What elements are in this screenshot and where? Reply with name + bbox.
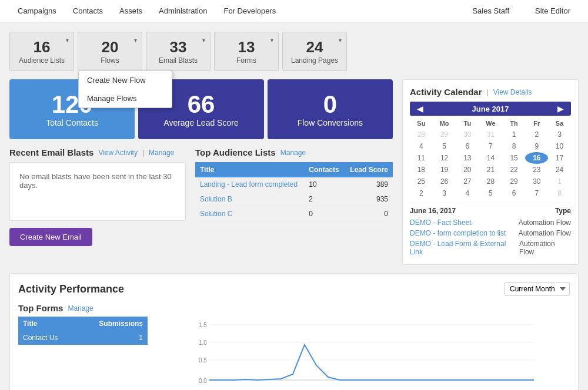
cal-day-cell[interactable]: 24	[548, 164, 571, 176]
audience-title-link[interactable]: Solution B	[200, 195, 232, 203]
cal-day-cell[interactable]: 25	[410, 176, 433, 187]
dropdown-arrow-flows: ▾	[134, 37, 137, 43]
separator: |	[142, 149, 144, 157]
manage-email-link[interactable]: Manage	[149, 149, 174, 157]
cal-day-cell[interactable]: 23	[525, 164, 548, 176]
nav-administration[interactable]: Administration	[151, 0, 215, 22]
cal-day-cell[interactable]: 17	[548, 152, 571, 164]
cal-day-cell[interactable]: 27	[456, 176, 479, 187]
nav-assets[interactable]: Assets	[111, 0, 151, 22]
forms-col-title: Title	[18, 317, 77, 331]
cal-day-cell[interactable]: 2	[525, 129, 548, 140]
cal-day-cell[interactable]: 12	[433, 152, 456, 164]
stats-row: ▾ 16 Audience Lists ▾ 20 Flows Create Ne…	[9, 32, 579, 71]
event-name[interactable]: DEMO - Fact Sheet	[410, 218, 472, 227]
view-details-link[interactable]: View Details	[493, 88, 532, 96]
chart-area: 1.5 1.0 0.5 0.0	[157, 321, 570, 390]
forms-number: 13	[238, 38, 255, 56]
cal-next-button[interactable]: ▶	[555, 104, 566, 113]
nav-contacts[interactable]: Contacts	[65, 0, 111, 22]
cal-day-cell[interactable]: 3	[548, 129, 571, 140]
cal-day-cell[interactable]: 20	[456, 164, 479, 176]
cal-day-cell[interactable]: 31	[479, 129, 502, 140]
cal-day-cell[interactable]: 30	[456, 129, 479, 140]
email-blasts-header: Recent Email Blasts View Activity | Mana…	[9, 147, 186, 157]
cal-day-cell[interactable]: 4	[456, 187, 479, 199]
nav-for-developers[interactable]: For Developers	[215, 0, 284, 22]
forms-table-row: Contact Us 1	[18, 331, 148, 345]
form-title-cell[interactable]: Contact Us	[18, 331, 77, 345]
two-col-section: Recent Email Blasts View Activity | Mana…	[9, 147, 393, 246]
manage-flows-item[interactable]: Manage Flows	[79, 89, 172, 107]
cal-day-cell[interactable]: 13	[456, 152, 479, 164]
cal-day-cell[interactable]: 5	[479, 187, 502, 199]
nav-sales-staff[interactable]: Sales Staff	[464, 0, 517, 22]
cal-day-cell[interactable]: 26	[433, 176, 456, 187]
cal-day-cell[interactable]: 29	[503, 176, 526, 187]
stat-audience-lists[interactable]: ▾ 16 Audience Lists	[9, 32, 74, 71]
cal-day-cell[interactable]: 16	[525, 152, 548, 164]
stat-forms[interactable]: ▾ 13 Forms	[214, 32, 279, 71]
cal-day-cell[interactable]: 11	[410, 152, 433, 164]
create-email-button[interactable]: Create New Email	[9, 228, 92, 246]
flows-label: Flows	[101, 56, 119, 65]
flow-conversions-card: 0 Flow Conversions	[268, 79, 393, 139]
cal-day-cell[interactable]: 2	[410, 187, 433, 199]
audience-title-link[interactable]: Solution C	[200, 210, 232, 218]
audience-table-row: Landing - Lead form completed 10 389	[195, 177, 393, 192]
cal-day-cell[interactable]: 30	[525, 176, 548, 187]
cal-day-cell[interactable]: 8	[503, 140, 526, 152]
forms-col-submissions: Submissions	[77, 317, 148, 331]
cal-day-cell[interactable]: 7	[525, 187, 548, 199]
cal-event-row: DEMO - form completion to list Automatio…	[410, 228, 571, 238]
cal-day-cell[interactable]: 22	[503, 164, 526, 176]
cal-day-cell[interactable]: 18	[410, 164, 433, 176]
total-contacts-label: Total Contacts	[19, 118, 125, 127]
audience-title-link[interactable]: Landing - Lead form completed	[200, 180, 298, 189]
cal-day-cell[interactable]: 29	[433, 129, 456, 140]
view-activity-link[interactable]: View Activity	[98, 149, 137, 157]
audience-contacts-cell: 0	[304, 207, 345, 221]
manage-forms-link[interactable]: Manage	[68, 304, 93, 312]
cal-day-cell[interactable]: 1	[503, 129, 526, 140]
nav-site-editor[interactable]: Site Editor	[527, 0, 579, 22]
cal-day-cell[interactable]: 15	[503, 152, 526, 164]
stat-email-blasts[interactable]: ▾ 33 Email Blasts	[146, 32, 211, 71]
flow-conversions-number: 0	[277, 91, 383, 118]
cal-prev-button[interactable]: ◀	[415, 104, 426, 113]
event-name[interactable]: DEMO - form completion to list	[410, 229, 506, 237]
cal-day-cell[interactable]: 6	[503, 187, 526, 199]
cal-day-cell[interactable]: 6	[456, 140, 479, 152]
forms-label: Forms	[236, 56, 256, 65]
email-blasts-section: Recent Email Blasts View Activity | Mana…	[9, 147, 186, 246]
cal-day-cell[interactable]: 28	[479, 176, 502, 187]
stat-flows[interactable]: ▾ 20 Flows Create New Flow Manage Flows	[78, 32, 142, 71]
audience-lists-section: Top Audience Lists Manage Title Contacts…	[195, 147, 393, 246]
cal-day-cell[interactable]: 8	[548, 187, 571, 199]
col-lead-score: Lead Score	[345, 162, 393, 177]
cal-day-cell[interactable]: 9	[525, 140, 548, 152]
cal-day-cell[interactable]: 21	[479, 164, 502, 176]
cal-day-cell[interactable]: 28	[410, 129, 433, 140]
cal-day-header: Tu	[456, 118, 479, 129]
event-name[interactable]: DEMO - Lead Form & External Link	[410, 240, 519, 256]
cal-day-cell[interactable]: 10	[548, 140, 571, 152]
audience-lead-score-cell: 0	[345, 207, 393, 221]
stat-landing-pages[interactable]: ▾ 24 Landing Pages	[282, 32, 347, 71]
cal-day-cell[interactable]: 5	[433, 140, 456, 152]
period-select[interactable]: Current MonthLast MonthLast 3 MonthsLast…	[505, 282, 570, 296]
cal-day-cell[interactable]: 1	[548, 176, 571, 187]
calendar-title: Activity Calendar	[410, 87, 482, 97]
cal-day-cell[interactable]: 3	[433, 187, 456, 199]
event-type: Automation Flow	[519, 218, 571, 227]
create-new-flow-item[interactable]: Create New Flow	[79, 71, 172, 89]
cal-day-cell[interactable]: 19	[433, 164, 456, 176]
cal-day-cell[interactable]: 4	[410, 140, 433, 152]
nav-campaigns[interactable]: Campaigns	[9, 0, 65, 22]
cal-day-cell[interactable]: 7	[479, 140, 502, 152]
manage-audience-link[interactable]: Manage	[280, 149, 306, 157]
dropdown-arrow-landing: ▾	[339, 37, 342, 43]
cal-day-cell[interactable]: 14	[479, 152, 502, 164]
activity-perf-header: Activity Performance Current MonthLast M…	[18, 282, 570, 296]
calendar-header: Activity Calendar | View Details	[410, 87, 571, 97]
